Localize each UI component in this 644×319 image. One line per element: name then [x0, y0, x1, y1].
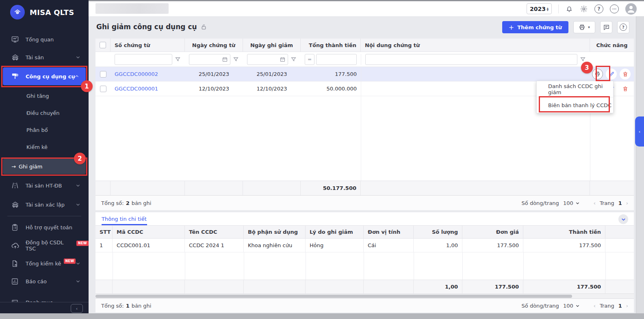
- notification-bell-icon[interactable]: [565, 5, 573, 13]
- sidebar-item-tong-quan[interactable]: Tổng quan: [0, 32, 89, 46]
- col-ly-do[interactable]: Lý do ghi giảm: [306, 226, 364, 238]
- next-page-button[interactable]: ›: [626, 303, 628, 309]
- rows-per-page-select[interactable]: 100: [563, 303, 580, 309]
- col-don-gia[interactable]: Đơn giá: [462, 226, 523, 238]
- menu-item-bien-ban-thanh-ly[interactable]: Biên bản thanh lý CCDC: [537, 97, 613, 113]
- sidebar-item-tong-kiem-ke[interactable]: Tổng kiểm kê NEW: [0, 256, 89, 270]
- chevron-down-icon: [621, 217, 626, 222]
- feedback-button[interactable]: [600, 21, 612, 33]
- sidebar-subitem-ghi-giam[interactable]: → Ghi giảm: [3, 159, 86, 174]
- chat-bubble-icon: [603, 24, 610, 31]
- row-print-button[interactable]: [592, 69, 603, 80]
- filter-input-noi-dung[interactable]: [365, 54, 577, 65]
- next-page-button[interactable]: ›: [626, 200, 628, 206]
- side-panel-toggle[interactable]: ‹: [635, 116, 644, 147]
- detail-horizontal-scrollbar[interactable]: [95, 293, 634, 298]
- print-toolbar-button[interactable]: ▾: [573, 21, 595, 33]
- tab-thong-tin-chi-tiet[interactable]: Thông tin chi tiết: [102, 216, 147, 222]
- detail-row[interactable]: 1 CCDC001.01 CCDC 2024 1 Khoa nghiên cứu…: [95, 239, 634, 252]
- sidebar-item-tai-san[interactable]: Tài sản: [0, 50, 89, 64]
- chevron-down-icon: [76, 202, 80, 207]
- settings-gear-icon[interactable]: [580, 5, 588, 13]
- grand-total-value: 50.177.500: [301, 181, 361, 195]
- cell-noi-dung: [361, 67, 590, 81]
- fiscal-year-selector[interactable]: 2023 ▲▼: [527, 3, 552, 14]
- rows-per-page-select[interactable]: 100: [563, 200, 580, 206]
- filter-input-tong-thanh-tien[interactable]: [316, 54, 357, 65]
- calendar-icon[interactable]: [222, 56, 228, 63]
- prev-page-button[interactable]: ‹: [594, 303, 596, 309]
- row-checkbox[interactable]: [100, 86, 106, 92]
- detail-footer: Tổng số: 1 bản ghi Số dòng/trang 100 ‹ T…: [95, 298, 634, 313]
- sidebar-subitem-dieu-chuyen[interactable]: Điều chuyển: [0, 107, 89, 119]
- sidebar-collapse-button[interactable]: ‹: [71, 304, 83, 313]
- grid-total-row: 50.177.500: [95, 181, 634, 195]
- sidebar-subitem-kiem-ke[interactable]: Kiểm kê: [0, 141, 89, 153]
- sidebar-item-dong-bo-csdl-tsc[interactable]: Đồng bộ CSDL TSC NEW: [0, 239, 89, 252]
- help-icon[interactable]: ?: [594, 4, 603, 13]
- table-row[interactable]: GGCCDC000002 25/01/2023 25/01/2023 177.5…: [95, 67, 634, 82]
- user-avatar[interactable]: [625, 3, 637, 15]
- sidebar-subitem-phan-bo[interactable]: Phân bổ: [0, 124, 89, 136]
- row-delete-button[interactable]: [620, 69, 631, 80]
- sidebar-item-tai-san-xac-lap[interactable]: Tài sản xác lập: [0, 198, 89, 211]
- col-ngay-ghi-giam[interactable]: Ngày ghi giảm: [243, 39, 301, 52]
- grid-header-row: Số chứng từ Ngày chứng từ Ngày ghi giảm …: [95, 39, 634, 52]
- col-bo-phan[interactable]: Bộ phận sử dụng: [244, 226, 306, 238]
- select-all-checkbox[interactable]: [100, 42, 106, 48]
- scrollbar-thumb[interactable]: [95, 295, 572, 298]
- page-value: 1: [618, 200, 622, 206]
- more-options-icon[interactable]: ···: [610, 4, 619, 13]
- sidebar-item-ho-tro-quyet-toan[interactable]: Hỗ trợ quyết toán: [0, 220, 89, 234]
- vertical-scroll-track[interactable]: [636, 16, 644, 313]
- row-edit-button[interactable]: [606, 69, 617, 80]
- menu-item-danh-sach-ccdc[interactable]: Danh sách CCDC ghi giảm: [537, 81, 613, 97]
- sidebar-item-cong-cu-dung-cu[interactable]: Công cụ dụng cụ: [3, 67, 86, 85]
- add-document-button[interactable]: + Thêm chứng từ: [502, 21, 568, 33]
- rows-per-page-label: Số dòng/trang: [522, 303, 559, 309]
- question-glyph: ?: [598, 6, 601, 12]
- sidebar-item-tai-san-ht-db[interactable]: Tài sản HT-ĐB: [0, 179, 89, 192]
- filter-funnel-icon[interactable]: [291, 56, 297, 63]
- col-thanh-tien[interactable]: Thành tiền: [523, 226, 605, 238]
- row-delete-button[interactable]: [620, 83, 631, 94]
- filter-input-ngay-ghi-giam[interactable]: [247, 54, 288, 65]
- total-don-gia: 177.500: [462, 280, 523, 293]
- col-ngay-chung-tu[interactable]: Ngày chứng từ: [185, 39, 243, 52]
- sidebar-divider: [7, 216, 81, 216]
- document-link[interactable]: GGCCDC000002: [115, 71, 158, 77]
- prev-page-button[interactable]: ‹: [594, 200, 596, 206]
- filter-funnel-icon[interactable]: [175, 56, 181, 63]
- road-icon: [11, 181, 20, 190]
- col-ten-ccdc[interactable]: Tên CCDC: [185, 226, 244, 238]
- horizontal-scroll-strip[interactable]: [0, 313, 644, 319]
- col-ma-ccdc[interactable]: Mã CCDC: [113, 226, 185, 238]
- spinner-icon[interactable]: ▲▼: [546, 7, 549, 11]
- new-badge: NEW: [64, 259, 76, 264]
- sidebar-item-bao-cao[interactable]: Báo cáo: [0, 274, 89, 288]
- filter-input-so-chung-tu[interactable]: [115, 54, 172, 65]
- col-noi-dung[interactable]: Nội dung chứng từ: [361, 39, 590, 52]
- col-tong-thanh-tien[interactable]: Tổng thành tiền: [301, 39, 361, 52]
- col-so-chung-tu[interactable]: Số chứng từ: [111, 39, 185, 52]
- calendar-icon[interactable]: [280, 56, 286, 63]
- col-stt: STT: [95, 226, 113, 238]
- filter-input-ngay-chung-tu[interactable]: [189, 54, 230, 65]
- collapse-left-icon: ‹: [76, 306, 78, 311]
- col-don-vi-tinh[interactable]: Đơn vị tính: [364, 226, 414, 238]
- sidebar-label: Hỗ trợ quyết toán: [26, 224, 72, 231]
- sidebar-label: Tài sản HT-ĐB: [26, 183, 62, 189]
- col-so-luong[interactable]: Số lượng: [414, 226, 462, 238]
- ellipsis-glyph: ···: [612, 7, 616, 11]
- sidebar-subitem-ghi-tang[interactable]: Ghi tăng: [0, 90, 89, 101]
- report-chart-icon: [11, 278, 20, 285]
- plus-icon: +: [509, 24, 514, 31]
- document-link[interactable]: GGCCDC000001: [115, 86, 158, 92]
- guide-help-button[interactable]: ?: [617, 21, 629, 33]
- filter-funnel-icon[interactable]: [233, 56, 239, 63]
- row-checkbox[interactable]: [100, 71, 106, 78]
- sidebar-label: Báo cáo: [26, 278, 47, 285]
- filter-operator-equals[interactable]: =: [305, 54, 314, 65]
- filter-funnel-icon[interactable]: [580, 56, 586, 63]
- detail-collapse-button[interactable]: [618, 214, 628, 224]
